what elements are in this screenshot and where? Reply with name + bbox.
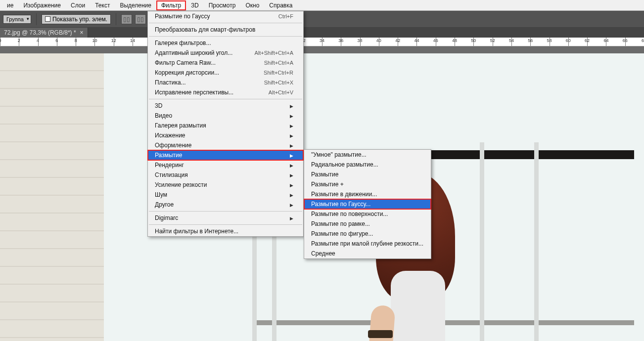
menu-item-label: Галерея размытия xyxy=(155,122,206,129)
show-elements-toggle[interactable]: Показать упр. элем. xyxy=(42,14,111,24)
menu-item-label: Размытие + xyxy=(311,181,344,188)
filter-menu-item[interactable]: Стилизация xyxy=(148,170,303,180)
menu-item-label: Радиальное размытие... xyxy=(311,161,378,168)
group-select[interactable]: Группа xyxy=(3,15,31,24)
menubar-item-help[interactable]: Справка xyxy=(264,0,297,10)
menu-separator xyxy=(149,99,302,99)
menubar-item-filter[interactable]: Фильтр xyxy=(156,0,186,10)
menu-separator xyxy=(149,23,302,23)
ruler-tick-label: 10 xyxy=(92,38,97,43)
menu-item-label: "Умное" размытие... xyxy=(311,151,367,158)
menu-item-label: Преобразовать для смарт-фильтров xyxy=(155,26,255,33)
ruler-tick-label: 12 xyxy=(111,38,116,43)
filter-menu-item[interactable]: Видео xyxy=(148,111,303,121)
photo-wall xyxy=(0,53,104,341)
ruler-tick-label: 6 xyxy=(55,38,58,43)
filter-menu-item[interactable]: Найти фильтры в Интернете... xyxy=(148,226,303,236)
blur-submenu-item[interactable]: Размытие по рамке... xyxy=(304,219,431,229)
filter-menu-item[interactable]: Другое xyxy=(148,200,303,210)
separator xyxy=(116,13,116,25)
document-tab-title: 72.jpg @ 73,3% (RGB/8*) * xyxy=(4,29,76,36)
submenu-arrow-icon xyxy=(290,192,293,198)
ruler-tick-label: 48 xyxy=(452,38,457,43)
document-tab[interactable]: 72.jpg @ 73,3% (RGB/8*) * × xyxy=(0,28,88,38)
filter-menu-item[interactable]: Галерея размытия xyxy=(148,121,303,130)
filter-menu-item[interactable]: Пластика...Shift+Ctrl+X xyxy=(148,78,303,87)
filter-menu-item[interactable]: Шум xyxy=(148,190,303,200)
menu-item-label: Оформление xyxy=(155,142,191,149)
menu-item-label: Digimarc xyxy=(155,214,178,221)
blur-submenu-item[interactable]: Размытие при малой глубине резкости... xyxy=(304,239,431,249)
blur-submenu-item[interactable]: Размытие в движении... xyxy=(304,189,431,199)
filter-menu-item[interactable]: Искажение xyxy=(148,130,303,140)
menubar-item-image[interactable]: Изображение xyxy=(18,0,66,10)
menubar-item-layers[interactable]: Слои xyxy=(66,0,90,10)
menu-item-label: Коррекция дисторсии... xyxy=(155,69,219,76)
ruler-tick-label: 52 xyxy=(490,38,495,43)
menu-item-label: Найти фильтры в Интернете... xyxy=(155,228,238,235)
align-center-icon[interactable]: ▯▯ xyxy=(135,14,146,24)
filter-menu-item[interactable]: Размытие по ГауссуCtrl+F xyxy=(148,11,303,21)
ruler-tick-label: 56 xyxy=(528,38,533,43)
menu-item-label: Искажение xyxy=(155,132,185,139)
ruler-tick-label: 38 xyxy=(358,38,363,43)
menu-item-shortcut: Shift+Ctrl+R xyxy=(264,70,293,76)
menu-item-label: Размытие по поверхности... xyxy=(311,211,388,217)
filter-menu-item[interactable]: Размытие xyxy=(148,150,303,160)
menu-item-shortcut: Alt+Shift+Ctrl+A xyxy=(254,50,293,56)
filter-menu-item[interactable]: Адаптивный широкий угол...Alt+Shift+Ctrl… xyxy=(148,48,303,58)
filter-menu-item[interactable]: Рендеринг xyxy=(148,160,303,170)
menubar-item-edit[interactable]: ие xyxy=(2,0,18,10)
submenu-arrow-icon xyxy=(290,103,293,109)
ruler-tick-label: 64 xyxy=(603,38,608,43)
blur-submenu-item[interactable]: Радиальное размытие... xyxy=(304,160,431,170)
ruler-tick-label: 40 xyxy=(376,38,381,43)
menubar-item-view[interactable]: Просмотр xyxy=(204,0,241,10)
submenu-arrow-icon xyxy=(290,215,293,221)
ruler-tick-label: 36 xyxy=(338,38,343,43)
filter-menu-item[interactable]: 3D xyxy=(148,101,303,111)
menu-item-label: 3D xyxy=(155,102,162,109)
blur-submenu: "Умное" размытие...Радиальное размытие..… xyxy=(304,149,431,259)
blur-submenu-item[interactable]: Размытие xyxy=(304,170,431,179)
blur-submenu-item[interactable]: Среднее xyxy=(304,249,431,258)
photo-figure-bracelet xyxy=(368,330,393,338)
filter-menu-item[interactable]: Digimarc xyxy=(148,213,303,223)
ruler-tick-label: 8 xyxy=(75,38,77,43)
filter-menu-item[interactable]: Фильтр Camera Raw...Shift+Ctrl+A xyxy=(148,58,303,68)
menu-item-label: Размытие xyxy=(311,171,338,178)
filter-menu-item[interactable]: Исправление перспективы...Alt+Ctrl+V xyxy=(148,87,303,97)
menu-item-label: Размытие по Гауссу... xyxy=(311,201,370,208)
photo-window-mullion xyxy=(480,142,484,341)
filter-menu-item[interactable]: Галерея фильтров... xyxy=(148,38,303,48)
blur-submenu-item[interactable]: Размытие + xyxy=(304,179,431,189)
submenu-arrow-icon xyxy=(290,182,293,188)
filter-menu-item[interactable]: Коррекция дисторсии...Shift+Ctrl+R xyxy=(148,68,303,78)
blur-submenu-item[interactable]: "Умное" размытие... xyxy=(304,150,431,160)
menubar-item-window[interactable]: Окно xyxy=(240,0,264,10)
menu-item-label: Усиление резкости xyxy=(155,181,207,188)
menu-item-label: Адаптивный широкий угол... xyxy=(155,49,232,56)
ruler-tick-label: 60 xyxy=(566,38,571,43)
blur-submenu-item[interactable]: Размытие по поверхности... xyxy=(304,209,431,219)
menu-separator xyxy=(149,211,302,212)
menubar-item-text[interactable]: Текст xyxy=(90,0,115,10)
menubar-item-select[interactable]: Выделение xyxy=(115,0,156,10)
ruler-tick-label: 68 xyxy=(642,38,644,43)
blur-submenu-item[interactable]: Размытие по Гауссу... xyxy=(304,199,431,209)
horizontal-ruler: 0246810121416182022242628303234363840424… xyxy=(0,38,644,46)
menu-item-label: Размытие по фигуре... xyxy=(311,230,373,237)
blur-submenu-item[interactable]: Размытие по фигуре... xyxy=(304,229,431,239)
menu-item-label: Пластика... xyxy=(155,79,186,86)
menu-item-label: Стилизация xyxy=(155,171,188,178)
ruler-tick-label: 62 xyxy=(585,38,590,43)
align-left-icon[interactable]: ▯▯ xyxy=(121,14,132,24)
ruler-tick-label: 14 xyxy=(130,38,135,43)
filter-menu-item[interactable]: Преобразовать для смарт-фильтров xyxy=(148,25,303,35)
document-tabs: 72.jpg @ 73,3% (RGB/8*) * × xyxy=(0,28,644,38)
menu-item-shortcut: Shift+Ctrl+X xyxy=(264,80,293,85)
filter-menu-item[interactable]: Усиление резкости xyxy=(148,180,303,190)
menubar-item-3d[interactable]: 3D xyxy=(186,0,203,10)
filter-menu-item[interactable]: Оформление xyxy=(148,140,303,150)
close-icon[interactable]: × xyxy=(80,29,84,36)
